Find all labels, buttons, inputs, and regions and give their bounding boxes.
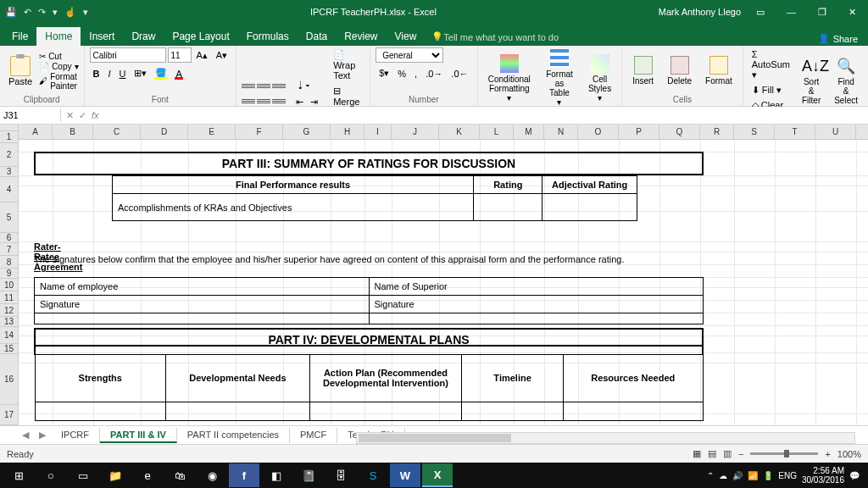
sheet-tab[interactable]: IPCRF bbox=[51, 428, 100, 443]
column-headers[interactable]: ABCDEFGHIJKLMNOPQRSTU bbox=[19, 125, 868, 140]
col-header-T[interactable]: T bbox=[775, 125, 815, 139]
col-header-R[interactable]: R bbox=[700, 125, 734, 139]
row-header-11[interactable]: 11 bbox=[0, 291, 18, 304]
col-header-E[interactable]: E bbox=[188, 125, 236, 139]
row-header-7[interactable]: 7 bbox=[0, 243, 18, 256]
font-color-button[interactable]: A bbox=[172, 67, 185, 80]
tray-battery-icon[interactable]: 🔋 bbox=[763, 471, 773, 480]
qat-more-icon[interactable]: ▾ bbox=[83, 7, 88, 18]
col-header-G[interactable]: G bbox=[283, 125, 331, 139]
sheet-tab[interactable]: PART III & IV bbox=[100, 428, 177, 443]
row-header-8[interactable]: 8 bbox=[0, 256, 18, 269]
italic-button[interactable]: I bbox=[104, 67, 114, 80]
bold-button[interactable]: B bbox=[90, 67, 103, 80]
undo-icon[interactable]: ↶ bbox=[24, 7, 31, 18]
zoom-in-icon[interactable]: + bbox=[825, 449, 830, 459]
tray-notifications-icon[interactable]: 💬 bbox=[849, 471, 860, 480]
tray-onedrive-icon[interactable]: ☁ bbox=[719, 471, 727, 480]
tab-insert[interactable]: Insert bbox=[81, 27, 123, 46]
cut-button[interactable]: ✂ Cut bbox=[39, 52, 78, 61]
sheet-tab[interactable]: PART II competencies bbox=[177, 428, 290, 443]
row-header-16[interactable]: 16 bbox=[0, 354, 18, 405]
percent-button[interactable]: % bbox=[394, 67, 409, 80]
word-icon[interactable]: W bbox=[390, 463, 420, 487]
username-label[interactable]: Mark Anthony Llego bbox=[659, 7, 741, 17]
font-size-select[interactable] bbox=[168, 47, 192, 63]
tab-formulas[interactable]: Formulas bbox=[238, 27, 298, 46]
accomplishments-cell[interactable]: Accomplishments of KRAs and Objectives bbox=[113, 194, 474, 221]
tray-volume-icon[interactable]: 🔊 bbox=[732, 471, 743, 480]
name-employee-cell[interactable]: Name of employee bbox=[35, 278, 370, 296]
vertical-align[interactable] bbox=[242, 80, 286, 92]
delete-cells-button[interactable]: Delete bbox=[662, 54, 697, 87]
redo-icon[interactable]: ↷ bbox=[38, 7, 46, 18]
minimize-icon[interactable]: — bbox=[780, 5, 803, 19]
zoom-level[interactable]: 100% bbox=[837, 449, 861, 459]
col-header-C[interactable]: C bbox=[93, 125, 141, 139]
orientation-button[interactable]: ⭭▾ bbox=[292, 78, 321, 92]
col-header-S[interactable]: S bbox=[734, 125, 775, 139]
facebook-icon[interactable]: f bbox=[229, 463, 259, 487]
paste-button[interactable]: Paste bbox=[5, 54, 36, 88]
col-header-B[interactable]: B bbox=[53, 125, 93, 139]
tray-up-icon[interactable]: ⌃ bbox=[707, 471, 714, 480]
insert-cells-button[interactable]: Insert bbox=[627, 54, 659, 87]
col-header-A[interactable]: A bbox=[19, 125, 53, 139]
format-painter-button[interactable]: 🖌 Format Painter bbox=[39, 72, 78, 91]
sig-employee-cell[interactable]: Signature bbox=[35, 296, 370, 313]
tab-draw[interactable]: Draw bbox=[123, 27, 164, 46]
font-name-select[interactable] bbox=[90, 47, 166, 63]
qat-icon[interactable]: ▾ bbox=[53, 7, 58, 18]
format-as-table-button[interactable]: Format as Table ▾ bbox=[539, 47, 580, 108]
tab-review[interactable]: Review bbox=[336, 27, 386, 46]
decrease-decimal-icon[interactable]: .0← bbox=[448, 67, 471, 80]
row-header-4[interactable]: 4 bbox=[0, 177, 18, 202]
touch-icon[interactable]: ☝ bbox=[64, 7, 76, 18]
tell-me-search[interactable]: 💡 Tell me what you want to do bbox=[425, 28, 565, 46]
increase-decimal-icon[interactable]: .0→ bbox=[422, 67, 446, 80]
horizontal-align[interactable] bbox=[242, 96, 286, 108]
sheet-nav-prev-icon[interactable]: ◀ bbox=[17, 428, 34, 442]
app2-icon[interactable]: 📓 bbox=[293, 463, 324, 487]
close-icon[interactable]: ✕ bbox=[842, 5, 863, 19]
maximize-icon[interactable]: ❐ bbox=[811, 5, 833, 19]
col-header-Q[interactable]: Q bbox=[659, 125, 700, 139]
tray-clock[interactable]: 2:56 AM 30/03/2016 bbox=[802, 466, 844, 485]
row-header-14[interactable]: 14 bbox=[0, 327, 18, 344]
file-explorer-icon[interactable]: 📁 bbox=[100, 463, 131, 487]
copy-button[interactable]: 📄 Copy ▾ bbox=[39, 62, 78, 71]
table-row[interactable] bbox=[35, 402, 166, 420]
tray-lang[interactable]: ENG bbox=[778, 471, 797, 480]
fx-enter-icon[interactable]: ✓ bbox=[79, 110, 86, 121]
border-button[interactable]: ⊞▾ bbox=[131, 66, 150, 80]
col-header-U[interactable]: U bbox=[815, 125, 856, 139]
tab-view[interactable]: View bbox=[387, 27, 426, 46]
task-view-icon[interactable]: ▭ bbox=[68, 463, 98, 487]
save-icon[interactable]: 💾 bbox=[5, 7, 17, 18]
fill-color-button[interactable]: 🪣 bbox=[152, 66, 170, 80]
formula-input[interactable] bbox=[104, 110, 863, 120]
fill-button[interactable]: ⬇ Fill ▾ bbox=[748, 83, 793, 97]
cortana-icon[interactable]: ○ bbox=[36, 463, 66, 487]
tab-page-layout[interactable]: Page Layout bbox=[164, 27, 237, 46]
tab-file[interactable]: File bbox=[3, 27, 36, 46]
row-header-13[interactable]: 13 bbox=[0, 317, 18, 327]
col-header-D[interactable]: D bbox=[141, 125, 188, 139]
select-all-corner[interactable] bbox=[0, 125, 19, 131]
row-header-15[interactable]: 15 bbox=[0, 344, 18, 354]
comma-button[interactable]: , bbox=[411, 67, 420, 80]
row-header-6[interactable]: 6 bbox=[0, 233, 18, 243]
app3-icon[interactable]: 🗄 bbox=[326, 463, 356, 487]
sig-superior-cell[interactable]: Signature bbox=[369, 296, 704, 313]
number-format-select[interactable]: General bbox=[376, 47, 443, 63]
increase-font-icon[interactable]: A▴ bbox=[193, 48, 211, 63]
fx-cancel-icon[interactable]: ✕ bbox=[66, 110, 74, 121]
col-header-M[interactable]: M bbox=[514, 125, 544, 139]
view-page-layout-icon[interactable]: ▤ bbox=[708, 448, 716, 459]
accounting-format-button[interactable]: $▾ bbox=[376, 66, 392, 80]
col-header-I[interactable]: I bbox=[364, 125, 392, 139]
ribbon-options-icon[interactable]: ▭ bbox=[749, 5, 771, 19]
underline-button[interactable]: U bbox=[116, 67, 130, 80]
wrap-text-button[interactable]: 📄 Wrap Text bbox=[330, 47, 364, 82]
excel-icon[interactable]: X bbox=[422, 463, 453, 487]
